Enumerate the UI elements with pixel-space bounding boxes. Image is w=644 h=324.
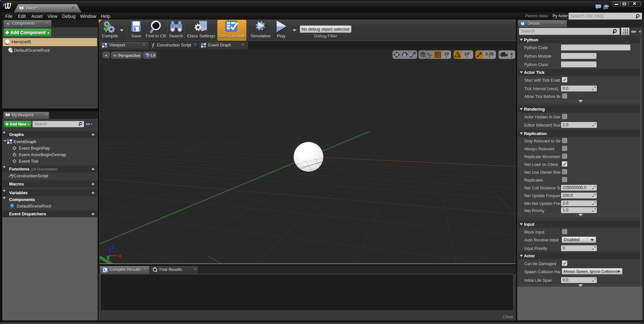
svg-text:Y: Y [107,257,110,262]
svg-text:Z: Z [112,245,115,250]
svg-text:X: X [118,253,122,259]
